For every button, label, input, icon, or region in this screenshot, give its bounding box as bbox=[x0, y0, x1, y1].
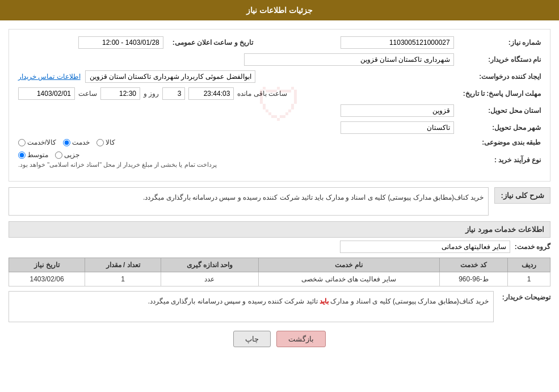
process-motavaset[interactable]: متوسط bbox=[18, 151, 48, 159]
category-khadamat-radio[interactable] bbox=[63, 139, 70, 146]
page-header: جزئیات اطلاعات نیاز bbox=[0, 0, 559, 20]
need-number-row: شماره نیاز: تاریخ و ساعت اعلان عمومی: bbox=[14, 34, 545, 51]
process-radio-group: متوسط جزیی bbox=[18, 151, 79, 159]
buyer-desc-row: توضیحات خریدار: خرید کناف(مطابق مدارک پی… bbox=[9, 291, 550, 322]
deadline-row: مهلت ارسال پاسخ: تا تاریخ: ساعت روز و سا… bbox=[14, 85, 545, 102]
cell-unit: عدد bbox=[161, 272, 259, 286]
deadline-time-input[interactable] bbox=[100, 87, 140, 100]
buyer-desc-highlight: باید bbox=[320, 297, 329, 305]
col-date: تاریخ نیاز bbox=[9, 258, 85, 272]
cell-code: ط-96-960 bbox=[439, 272, 508, 286]
city-input[interactable] bbox=[341, 121, 454, 134]
process-row: نوع فرآیند خرید : متوسط جزیی bbox=[14, 149, 545, 171]
org-name-label: نام دستگاه خریدار: bbox=[459, 51, 545, 68]
deadline-days-input[interactable] bbox=[162, 87, 185, 100]
announce-input[interactable] bbox=[78, 36, 163, 49]
services-table-body: 1 ط-96-960 سایر فعالیت های خدماتی شخصی ع… bbox=[9, 272, 550, 286]
category-row: طبقه بندی موضوعی: کالا/خدمت خدمت bbox=[14, 136, 545, 149]
announce-value bbox=[14, 34, 168, 51]
time-label: ساعت bbox=[78, 90, 97, 98]
days-label: روز و bbox=[144, 90, 159, 98]
process-note: پرداخت تمام یا بخشی از مبلغ خریدار از مح… bbox=[18, 161, 217, 168]
city-row: شهر محل تحویل: bbox=[14, 119, 545, 136]
buyer-desc-text-2: تائید شرکت کننده رسیده و سپس درسامانه با… bbox=[148, 297, 320, 305]
process-jozyi-radio[interactable] bbox=[55, 151, 62, 159]
buyer-desc-label: توضیحات خریدار: bbox=[499, 293, 550, 301]
creator-row: ایجاد کننده درخواست: اطلاعات تماس خریدار bbox=[14, 68, 545, 85]
deadline-value: ساعت روز و ساعت باقی مانده bbox=[14, 85, 459, 102]
print-button[interactable]: چاپ bbox=[233, 331, 271, 347]
category-radio-group: کالا/خدمت خدمت کالا bbox=[18, 138, 454, 146]
category-kala-radio[interactable] bbox=[96, 139, 104, 146]
top-info-section: 🛡 شماره نیاز: تاریخ و ساعت اعلان عمومی: … bbox=[9, 29, 550, 182]
page-title: جزئیات اطلاعات نیاز bbox=[246, 6, 313, 15]
category-options: کالا/خدمت خدمت کالا bbox=[14, 136, 459, 149]
service-group-input[interactable] bbox=[340, 241, 510, 253]
city-value bbox=[14, 119, 459, 136]
city-label: شهر محل تحویل: bbox=[459, 119, 545, 136]
services-table-head: ردیف کد خدمت نام خدمت واحد اندازه گیری ت… bbox=[9, 258, 550, 272]
col-unit: واحد اندازه گیری bbox=[161, 258, 259, 272]
cell-name: سایر فعالیت های خدماتی شخصی bbox=[258, 272, 439, 286]
col-quantity: تعداد / مقدار bbox=[85, 258, 161, 272]
need-desc-label: شرح کلی نیاز: bbox=[494, 187, 550, 204]
service-group-label: گروه خدمت: bbox=[515, 243, 550, 251]
org-name-row: نام دستگاه خریدار: bbox=[14, 51, 545, 68]
creator-label: ایجاد کننده درخواست: bbox=[459, 68, 545, 85]
category-khadamat[interactable]: خدمت bbox=[63, 138, 90, 146]
org-name-input[interactable] bbox=[244, 53, 454, 66]
cell-quantity: 1 bbox=[85, 272, 161, 286]
services-header-row: ردیف کد خدمت نام خدمت واحد اندازه گیری ت… bbox=[9, 258, 550, 272]
cell-row: 1 bbox=[508, 272, 550, 286]
process-label: نوع فرآیند خرید : bbox=[459, 149, 545, 171]
table-row: 1 ط-96-960 سایر فعالیت های خدماتی شخصی ع… bbox=[9, 272, 550, 286]
need-number-value bbox=[258, 34, 459, 51]
category-kala[interactable]: کالا bbox=[96, 138, 115, 146]
category-kala-khadamat[interactable]: کالا/خدمت bbox=[18, 138, 56, 146]
creator-input[interactable] bbox=[85, 70, 255, 83]
col-name: نام خدمت bbox=[258, 258, 439, 272]
province-value bbox=[14, 102, 459, 119]
announce-label: تاریخ و ساعت اعلان عمومی: bbox=[168, 34, 258, 51]
main-content: 🛡 شماره نیاز: تاریخ و ساعت اعلان عمومی: … bbox=[0, 20, 559, 364]
col-row: ردیف bbox=[508, 258, 550, 272]
creator-value: اطلاعات تماس خریدار bbox=[14, 68, 459, 85]
province-label: استان محل تحویل: bbox=[459, 102, 545, 119]
info-table: شماره نیاز: تاریخ و ساعت اعلان عمومی: نا… bbox=[14, 34, 545, 171]
org-name-value bbox=[14, 51, 459, 68]
page-container: جزئیات اطلاعات نیاز 🛡 شماره نیاز: تاریخ … bbox=[0, 0, 559, 392]
process-motavaset-radio[interactable] bbox=[18, 151, 26, 159]
need-number-input[interactable] bbox=[341, 36, 454, 49]
back-button[interactable]: بازگشت bbox=[276, 331, 326, 347]
service-group-row: گروه خدمت: bbox=[9, 241, 550, 253]
cell-date: 1403/02/06 bbox=[9, 272, 85, 286]
button-row: بازگشت چاپ bbox=[9, 331, 550, 356]
need-desc-section: شرح کلی نیاز: خرید کناف(مطابق مدارک پیوس… bbox=[9, 187, 550, 216]
remaining-label: ساعت باقی مانده bbox=[237, 90, 287, 98]
services-table: ردیف کد خدمت نام خدمت واحد اندازه گیری ت… bbox=[9, 258, 550, 286]
need-desc-box: خرید کناف(مطابق مدارک پیوستی) کلیه ی اسن… bbox=[9, 187, 489, 216]
buyer-desc-box: خرید کناف(مطابق مدارک پیوستی) کلیه ی اسن… bbox=[9, 291, 494, 322]
category-kala-khadamat-radio[interactable] bbox=[18, 139, 26, 146]
services-title: اطلاعات خدمات مورد نیاز bbox=[9, 221, 550, 238]
deadline-remaining-input[interactable] bbox=[188, 87, 234, 100]
province-input[interactable] bbox=[341, 104, 454, 117]
deadline-label: مهلت ارسال پاسخ: تا تاریخ: bbox=[459, 85, 545, 102]
category-label: طبقه بندی موضوعی: bbox=[459, 136, 545, 149]
deadline-date-input[interactable] bbox=[18, 87, 75, 100]
process-jozyi[interactable]: جزیی bbox=[55, 151, 79, 159]
col-code: کد خدمت bbox=[439, 258, 508, 272]
need-number-label: شماره نیاز: bbox=[459, 34, 545, 51]
process-options: متوسط جزیی پرداخت تمام یا بخشی از مبلغ خ… bbox=[14, 149, 459, 171]
buyer-desc-text-1: خرید کناف(مطابق مدارک پیوستی) کلیه ی اسن… bbox=[329, 297, 489, 305]
province-row: استان محل تحویل: bbox=[14, 102, 545, 119]
contact-link[interactable]: اطلاعات تماس خریدار bbox=[18, 73, 81, 81]
